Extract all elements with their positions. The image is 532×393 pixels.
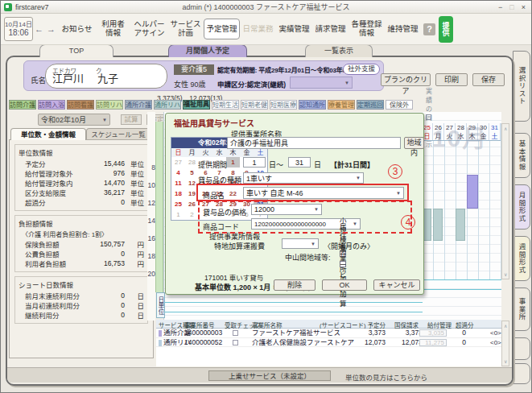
nav-item-4[interactable]: 予定管理	[204, 19, 240, 39]
help-icon[interactable]: ?	[423, 23, 435, 35]
section-title: 負担額情報	[19, 218, 144, 228]
period-from-input[interactable]: 1	[243, 157, 266, 168]
plan-clear-button[interactable]: プランのクリア	[381, 73, 431, 86]
nav-item-label: 維持管理	[386, 25, 419, 34]
tokuchi-select[interactable]: ▼	[282, 238, 319, 249]
service-tab-4[interactable]: 通所介護	[125, 100, 152, 110]
side-tab-1[interactable]: 基本情報	[513, 133, 530, 178]
service-tab-7[interactable]: 短期生活	[212, 100, 239, 110]
service-tab-2[interactable]: 訪問看護	[67, 100, 94, 110]
external-support-button[interactable]: 社外支援	[343, 64, 380, 75]
scroll-down-icon[interactable]: ∨	[504, 358, 507, 364]
service-tab-9[interactable]: 短期医療	[270, 100, 297, 110]
calendar-cell[interactable]: 27	[171, 157, 185, 168]
nav-item-8[interactable]: 各種登録情報	[348, 19, 385, 39]
area-button[interactable]: 地域内	[404, 137, 424, 149]
tab-schedule-list[interactable]: スケジュール一覧	[86, 128, 151, 140]
nav-item-6[interactable]: 実績管理	[276, 19, 312, 39]
side-tab-5[interactable]	[513, 337, 530, 360]
service-tab-0[interactable]: 訪問介護	[9, 100, 36, 110]
calendar-cell[interactable]: 5	[185, 168, 199, 178]
uwanose-service-button[interactable]: 上乗せサービス（未設定）	[208, 370, 331, 381]
period-to-input[interactable]: 31	[288, 157, 311, 168]
calendar-cell[interactable]: 25	[171, 199, 185, 209]
calendar-day-header: 木	[226, 148, 240, 157]
period-label: 提供期間	[198, 159, 227, 170]
info-value: 16,753	[104, 259, 125, 267]
scroll-up-icon[interactable]: ∧	[504, 126, 507, 131]
service-tab-8[interactable]: 短期老健	[241, 100, 268, 110]
info-row: 利用者負担額16,753円	[19, 259, 144, 268]
side-tab-0[interactable]: 選択リスト	[513, 51, 530, 122]
print-button[interactable]: 印刷	[435, 73, 468, 86]
provide-button[interactable]: 提供	[439, 16, 453, 43]
service-tab-1[interactable]: 訪問入浴	[38, 100, 65, 110]
period-separator: 日～	[269, 159, 283, 170]
units-help-link[interactable]: 単位数の見方はこちらから	[345, 372, 427, 382]
application-dropdown[interactable]: ▼	[290, 77, 353, 89]
service-tab-13[interactable]: 保険外	[386, 100, 413, 110]
service-tab-12[interactable]: 定期巡回	[357, 100, 384, 110]
tab-list-view[interactable]: 一覧表示	[305, 44, 373, 57]
side-tab-4[interactable]: 事業所	[513, 288, 530, 331]
service-tab-11[interactable]: 療養管理	[328, 100, 355, 110]
close-button[interactable]: ×	[522, 3, 526, 11]
calendar-cell[interactable]: 28	[185, 157, 199, 168]
nav-item-label: 日常業務	[241, 25, 274, 34]
minimize-button[interactable]: −	[498, 3, 502, 11]
service-tab-6[interactable]: 福祉用具	[183, 100, 210, 110]
table-row-1[interactable]: 通所リハ1400000052介護老人保健施設ファーストケア12,07312,07…	[156, 338, 501, 348]
side-tab-6[interactable]	[513, 363, 530, 384]
delete-button[interactable]: 削除	[274, 279, 315, 291]
info-unit: 単位	[125, 197, 144, 207]
annotation-circle-3: 3	[388, 164, 402, 179]
save-button[interactable]: 保存	[472, 73, 505, 86]
schedule-block-1[interactable]	[433, 209, 443, 241]
chevron-down-icon: ▼	[356, 176, 361, 180]
calendar-cell[interactable]: 11	[171, 178, 185, 188]
office-name-input[interactable]: 介護の手福祉用具	[227, 137, 401, 149]
table-scrollbar[interactable]: ∧ ∨	[501, 321, 509, 366]
cancel-button[interactable]: キャンセル	[373, 279, 420, 291]
side-tab-3[interactable]: 週間形式	[513, 236, 530, 281]
nav-item-2[interactable]: ヘルパーアサイン	[131, 19, 167, 39]
nav-item-0[interactable]: お知らせ	[59, 19, 95, 39]
nav-item-label: 予定管理	[206, 25, 237, 34]
maximize-button[interactable]: □	[509, 3, 513, 11]
calendar-cell[interactable]: 18	[171, 188, 185, 199]
calendar-cell[interactable]: 1	[226, 157, 240, 168]
calendar-cell[interactable]: 2	[185, 209, 199, 220]
scroll-up-icon[interactable]: ∧	[504, 323, 507, 329]
back-arrow-icon[interactable]: ←	[35, 24, 43, 34]
service-tab-3[interactable]: 訪問リハ	[96, 100, 123, 110]
month-selector[interactable]: 令和02年10月 ▼	[38, 114, 110, 126]
schedule-block-2[interactable]	[456, 209, 465, 241]
tab-monthly-personal-plan[interactable]: 月間個人予定	[168, 44, 247, 57]
scroll-down-icon[interactable]: ∨	[504, 271, 507, 277]
schedule-block-3[interactable]	[467, 175, 478, 209]
receive-checkbox[interactable]	[233, 340, 238, 345]
nav-item-1[interactable]: 利用者情報	[95, 19, 131, 39]
nav-item-3[interactable]: サービス計画	[167, 19, 204, 39]
calendar-weekday-row: 日月火水木金土	[171, 148, 267, 157]
table-row-0[interactable]: 通所介護1400000003ファーストケア福祉サービス3,3733,3733,0…	[156, 329, 501, 338]
service-tab-10[interactable]: 認知通所	[299, 100, 326, 110]
service-tab-5[interactable]: 通所リハ	[154, 100, 181, 110]
tab-top[interactable]: TOP	[39, 44, 113, 57]
cell-plan-units: 12,073	[332, 338, 386, 347]
nav-item-7[interactable]: 請求管理	[312, 19, 348, 39]
calendar-cell[interactable]: 4	[171, 168, 185, 178]
forward-arrow-icon[interactable]: →	[47, 24, 56, 34]
side-tab-2[interactable]: 月間形式	[513, 184, 530, 230]
ok-button[interactable]: OK	[322, 279, 367, 291]
trial-calc-button[interactable]: 試算	[121, 114, 142, 125]
calendar-cell[interactable]: 1	[171, 209, 185, 220]
tab-units-amount-info[interactable]: 単位数・金額情報	[10, 128, 86, 140]
resident-service-checkbox[interactable]: 居住者サービス加算	[340, 261, 348, 267]
info-unit: 円	[125, 239, 144, 249]
rental-type-select[interactable]: 1車いす▼	[243, 172, 364, 184]
nav-item-5[interactable]: 日常業務	[240, 19, 276, 39]
nav-item-9[interactable]: 維持管理	[385, 19, 421, 39]
receive-checkbox[interactable]	[233, 330, 238, 336]
grid-scrollbar[interactable]: ∧ ∨	[501, 123, 509, 279]
